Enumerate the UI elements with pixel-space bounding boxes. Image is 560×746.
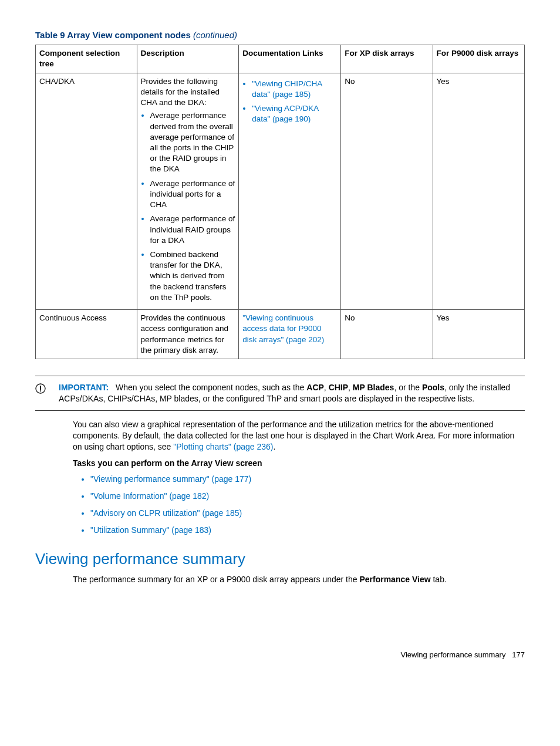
cell-p9000: Yes [433, 73, 524, 309]
para-text: You can also view a graphical representa… [73, 420, 514, 451]
imp-t1: When you select the component nodes, suc… [116, 383, 306, 392]
doc-link[interactable]: "Viewing ACP/DKA data" (page 190) [252, 104, 318, 123]
imp-s3: , or the [394, 383, 421, 392]
table-caption-continued: (continued) [193, 30, 237, 40]
task-link[interactable]: "Volume Information" (page 182) [90, 491, 209, 501]
doc-link[interactable]: "Viewing continuous access data for P900… [242, 313, 324, 343]
cell-p9000: Yes [433, 310, 524, 359]
th-p9000: For P9000 disk arrays [433, 45, 524, 73]
list-item: "Advisory on CLPR utilization" (page 185… [90, 508, 525, 519]
imp-s2: , [348, 383, 353, 392]
cell-doc-links: "Viewing CHIP/CHA data" (page 185) "View… [239, 73, 341, 309]
cell-xp: No [341, 310, 433, 359]
imp-s1: , [324, 383, 329, 392]
desc-intro: Provides the following details for the i… [141, 77, 220, 107]
th-description: Description [137, 45, 239, 73]
th-component: Component selection tree [36, 45, 137, 73]
task-link[interactable]: "Advisory on CLPR utilization" (page 185… [90, 508, 242, 518]
body-paragraph: You can also view a graphical representa… [73, 419, 525, 453]
list-item: "Volume Information" (page 182) [90, 491, 525, 502]
important-icon [35, 382, 59, 404]
important-note: IMPORTANT: When you select the component… [35, 376, 525, 411]
section-heading: Viewing performance summary [35, 549, 525, 569]
svg-rect-1 [40, 386, 41, 390]
imp-b4: Pools [422, 383, 444, 392]
cell-description: Provides the following details for the i… [137, 73, 239, 309]
list-item: Average performance derived from the ove… [150, 110, 235, 174]
list-item: Average performance of individual ports … [150, 178, 235, 211]
table-row: CHA/DKA Provides the following details f… [36, 73, 525, 309]
footer-page: 177 [512, 650, 525, 659]
links-list: "Viewing CHIP/CHA data" (page 185) "View… [242, 79, 337, 125]
cell-doc-links: "Viewing continuous access data for P900… [239, 310, 341, 359]
table-caption-text: Table 9 Array View component nodes [35, 30, 193, 40]
para-after: . [274, 442, 276, 451]
component-nodes-table: Component selection tree Description Doc… [35, 45, 525, 359]
list-item: Combined backend transfer for the DKA, w… [150, 249, 235, 303]
list-item: "Viewing ACP/DKA data" (page 190) [252, 103, 337, 124]
doc-link[interactable]: "Viewing CHIP/CHA data" (page 185) [252, 79, 322, 99]
th-xp: For XP disk arrays [341, 45, 433, 73]
task-link[interactable]: "Viewing performance summary" (page 177) [90, 474, 251, 484]
imp-b3: MP Blades [353, 383, 394, 392]
cell-component: CHA/DKA [36, 73, 137, 309]
cell-xp: No [341, 73, 433, 309]
tasks-heading: Tasks you can perform on the Array View … [73, 458, 525, 469]
th-doc-links: Documentation Links [239, 45, 341, 73]
list-item: "Utilization Summary" (page 183) [90, 525, 525, 536]
task-link[interactable]: "Utilization Summary" (page 183) [90, 525, 211, 535]
sec-after: tab. [431, 575, 447, 584]
sec-bold: Performance View [359, 575, 430, 584]
imp-b1: ACP [306, 383, 324, 392]
page-footer: Viewing performance summary 177 [35, 650, 525, 660]
important-text: IMPORTANT: When you select the component… [59, 382, 525, 404]
plotting-charts-link[interactable]: "Plotting charts" (page 236) [173, 442, 273, 451]
cell-component: Continuous Access [36, 310, 137, 359]
table-caption: Table 9 Array View component nodes (cont… [35, 29, 525, 41]
section-paragraph: The performance summary for an XP or a P… [73, 574, 525, 585]
imp-b2: CHIP [329, 383, 348, 392]
table-row: Continuous Access Provides the continuou… [36, 310, 525, 359]
footer-text: Viewing performance summary [401, 650, 506, 659]
list-item: "Viewing performance summary" (page 177) [90, 474, 525, 485]
sec-before: The performance summary for an XP or a P… [73, 575, 359, 584]
task-list: "Viewing performance summary" (page 177)… [73, 474, 525, 536]
cell-description: Provides the continuous access configura… [137, 310, 239, 359]
desc-list: Average performance derived from the ove… [141, 110, 235, 303]
list-item: Average performance of individual RAID g… [150, 214, 235, 246]
important-label: IMPORTANT: [59, 383, 109, 392]
svg-rect-2 [40, 390, 41, 391]
list-item: "Viewing CHIP/CHA data" (page 185) [252, 79, 337, 100]
